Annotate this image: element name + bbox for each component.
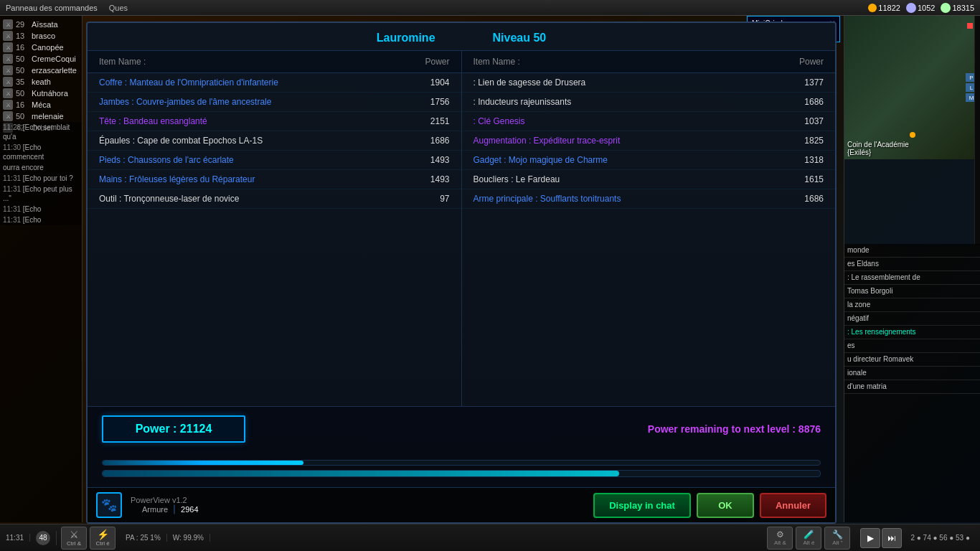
item-power: 1686 <box>804 97 824 107</box>
item-row[interactable]: Outil : Tronçonneuse-laser de novice 97 <box>88 189 461 209</box>
player-name: keath <box>32 77 51 86</box>
play-button[interactable]: ▶ <box>860 528 880 548</box>
next-button[interactable]: ⏭ <box>882 528 902 548</box>
item-name: Gadget : Mojo magique de Charme <box>473 155 608 165</box>
player-item[interactable]: ⚔ 50 melenaie <box>0 110 82 122</box>
chat-message: 11:31 [Echo pour toi ? <box>0 173 82 184</box>
item-power: 1037 <box>804 116 824 126</box>
player-level: 29 <box>16 20 29 29</box>
item-name: Boucliers : Le Fardeau <box>473 174 560 184</box>
right-action-3[interactable]: 🔧 Alt " <box>824 527 850 550</box>
cancel-button[interactable]: Annuler <box>760 493 826 518</box>
item-row[interactable]: Mains : Frôleuses légères du Réparateur … <box>88 170 461 189</box>
right-chat-item: es Eldans <box>844 258 980 271</box>
right-scrollbar[interactable] <box>974 16 980 245</box>
plugin-name: PowerView v1.2 <box>131 496 210 504</box>
item-row[interactable]: Augmentation : Expéditeur trace-esprit 1… <box>462 131 836 151</box>
left-col-header: Item Name : Power <box>88 51 461 73</box>
player-level: 16 <box>16 100 29 109</box>
item-name: Épaules : Cape de combat Epochos LA-1S <box>99 136 263 146</box>
player-item[interactable]: ⚔ 13 brasco <box>0 30 82 42</box>
item-power: 1493 <box>430 174 450 184</box>
player-name: brasco <box>32 32 55 40</box>
right-action-2[interactable]: 🧪 Alt é <box>796 527 821 550</box>
player-level: 50 <box>16 89 29 98</box>
item-power: 1493 <box>430 155 450 165</box>
chat-message: ourra encore <box>0 162 82 173</box>
player-name: Kutnáhora <box>32 89 68 98</box>
item-name: Pieds : Chaussons de l'arc écarlate <box>99 155 234 165</box>
player-item[interactable]: ⚔ 16 Canopée <box>0 42 82 53</box>
media-buttons: ▶ ⏭ <box>860 528 902 548</box>
player-item[interactable]: ⚔ 50 Kutnáhora <box>0 88 82 99</box>
player-item[interactable]: ⚔ 50 CremeCoqui <box>0 53 82 65</box>
player-class-icon: ⚔ <box>3 65 13 75</box>
item-row[interactable]: : Inducteurs rajeunissants 1686 <box>462 93 836 112</box>
power-row: Power : 21124 Power remaining to next le… <box>102 415 821 443</box>
player-item[interactable]: ⚔ 29 Aïssata <box>0 19 82 30</box>
item-power: 1615 <box>804 174 824 184</box>
progress-section <box>88 457 835 487</box>
right-action-1[interactable]: ⚙ Alt & <box>767 527 793 550</box>
item-row[interactable]: Arme principale : Soufflants tonitruants… <box>462 189 836 209</box>
player-class-icon: ⚔ <box>3 88 13 98</box>
bottom-right: ⚙ Alt & 🧪 Alt é 🔧 Alt " ▶ ⏭ 2 ● <box>767 527 980 550</box>
chat-area: 11:28 [Echo semblait qu'a 11:30 [Echo co… <box>0 122 82 225</box>
player-name: Aïssata <box>32 20 58 29</box>
item-row[interactable]: Coffre : Manteau de l'Omnipraticien d'in… <box>88 73 461 93</box>
power-display: Power : 21124 <box>102 415 245 443</box>
armor-progress-bar <box>174 504 175 514</box>
dialog-footer: 🐾 PowerView v1.2 Armure 2964 Display in … <box>88 487 835 522</box>
player-item[interactable]: ⚔ 35 keath <box>0 76 82 88</box>
right-chat-item: es <box>844 339 980 353</box>
player-item[interactable]: ⚔ 50 erzascarlette <box>0 65 82 76</box>
top-bar: Panneau des commandes Ques 11822 1052 18… <box>0 0 980 16</box>
item-name: : Clé Genesis <box>473 116 525 126</box>
right-chat-item: négatif <box>844 312 980 326</box>
player-class-icon: ⚔ <box>3 31 13 41</box>
item-row[interactable]: Jambes : Couvre-jambes de l'âme ancestra… <box>88 93 461 112</box>
item-row[interactable]: Pieds : Chaussons de l'arc écarlate 1493 <box>88 151 461 170</box>
item-row[interactable]: : Lien de sagesse de Drusera 1377 <box>462 73 836 93</box>
display-in-chat-button[interactable]: Display in chat <box>593 493 691 518</box>
player-name: Méca <box>32 100 51 109</box>
player-name: melenaie <box>32 112 64 121</box>
item-row[interactable]: Gadget : Mojo magique de Charme 1318 <box>462 151 836 170</box>
right-chat-panel: monde es Eldans : Le rassemblement de To… <box>844 244 980 522</box>
item-row[interactable]: Tête : Bandeau ensanglanté 2151 <box>88 112 461 131</box>
chat-message: 11:28 [Echo semblait qu'a <box>0 122 82 142</box>
dialog-header: Lauromine Niveau 50 <box>88 23 835 51</box>
right-chat-item: : Le rassemblement de <box>844 271 980 285</box>
player-name: Canopée <box>32 43 64 52</box>
item-name: Jambes : Couvre-jambes de l'âme ancestra… <box>99 97 271 107</box>
player-class-icon: ⚔ <box>3 42 13 52</box>
xp-stat: 18315 <box>941 3 974 13</box>
action-button-2[interactable]: ⚡ Ctrl é <box>90 527 116 550</box>
player-class-icon: ⚔ <box>3 77 13 87</box>
item-name: : Lien de sagesse de Drusera <box>473 77 586 88</box>
right-items-column: Item Name : Power : Lien de sagesse de D… <box>462 51 836 406</box>
item-power: 97 <box>440 194 449 204</box>
chat-message: 11:30 [Echo commencent <box>0 142 82 162</box>
gem-icon <box>906 3 916 13</box>
top-tabs: Ques <box>103 2 133 14</box>
item-row[interactable]: Boucliers : Le Fardeau 1615 <box>462 170 836 189</box>
player-level: 13 <box>16 32 29 40</box>
item-row[interactable]: : Clé Genesis 1037 <box>462 112 836 131</box>
player-level: 16 <box>16 43 29 52</box>
chat-message: 11:31 [Echo <box>0 215 82 225</box>
item-power: 1825 <box>804 136 824 146</box>
action-button-1[interactable]: ⚔ Ctrl & <box>61 527 87 550</box>
item-row[interactable]: Épaules : Cape de combat Epochos LA-1S 1… <box>88 131 461 151</box>
top-tab-quest[interactable]: Ques <box>103 2 133 14</box>
item-name: : Inducteurs rajeunissants <box>473 97 572 107</box>
ok-button[interactable]: OK <box>697 493 754 518</box>
footer-info: PowerView v1.2 Armure 2964 <box>131 496 210 514</box>
minimap: Coin de l'Académie {Exilés} P L M <box>844 16 980 159</box>
gem-stat: 1052 <box>906 3 935 13</box>
player-class-icon: ⚔ <box>3 54 13 64</box>
right-panel: Coin de l'Académie {Exilés} P L M <box>844 16 980 245</box>
player-item[interactable]: ⚔ 16 Méca <box>0 99 82 110</box>
player-level: 50 <box>16 112 29 121</box>
progress-bar-sub <box>102 470 821 477</box>
